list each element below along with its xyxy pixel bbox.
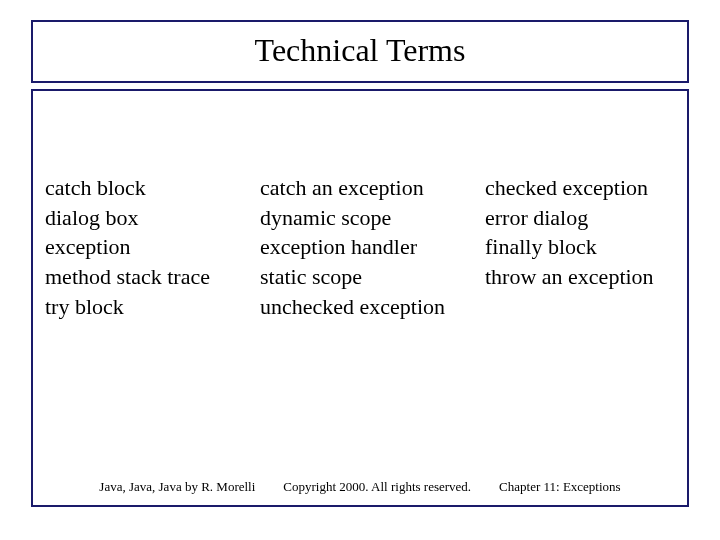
terms-column-3: checked exception error dialog finally b… [485,173,675,321]
term-item: checked exception [485,173,675,203]
footer-chapter: Chapter 11: Exceptions [499,479,621,495]
term-item: finally block [485,232,675,262]
term-item: static scope [260,262,485,292]
footer-copyright: Copyright 2000. All rights reserved. [283,479,471,495]
term-item: throw an exception [485,262,675,292]
term-item: method stack trace [45,262,260,292]
term-item: exception handler [260,232,485,262]
term-item: unchecked exception [260,292,485,322]
term-item: error dialog [485,203,675,233]
term-item: dynamic scope [260,203,485,233]
slide-body-box: catch block dialog box exception method … [31,89,689,507]
terms-columns: catch block dialog box exception method … [45,173,675,321]
slide-title: Technical Terms [255,32,466,68]
term-item: dialog box [45,203,260,233]
term-item: exception [45,232,260,262]
slide-frame: Technical Terms catch block dialog box e… [31,20,689,510]
footer-author: Java, Java, Java by R. Morelli [99,479,255,495]
term-item: catch an exception [260,173,485,203]
slide-title-box: Technical Terms [31,20,689,83]
slide-footer: Java, Java, Java by R. Morelli Copyright… [33,479,687,495]
terms-column-1: catch block dialog box exception method … [45,173,260,321]
term-item: catch block [45,173,260,203]
terms-column-2: catch an exception dynamic scope excepti… [260,173,485,321]
term-item: try block [45,292,260,322]
